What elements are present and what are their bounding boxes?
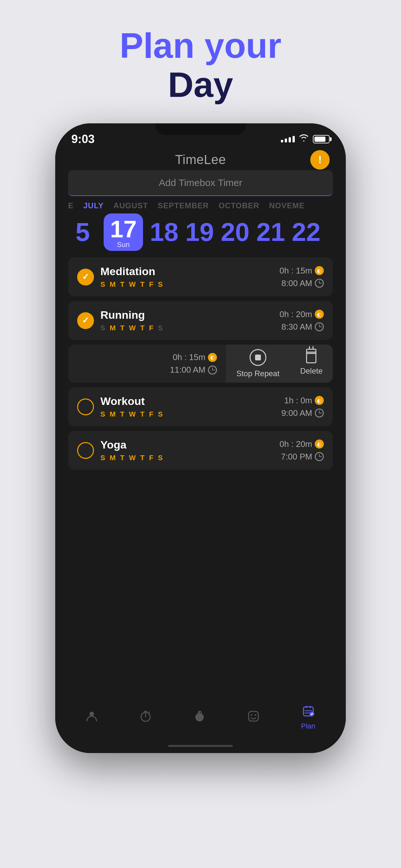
day-chip-s1: S bbox=[100, 280, 105, 289]
task-time-info-meditation: 0h : 15m ◐ 8:00 AM bbox=[280, 266, 324, 288]
hero-section: Plan your Day bbox=[120, 0, 281, 123]
day-chip-t2-r: T bbox=[140, 324, 144, 332]
duration-icon-meditation: ◐ bbox=[315, 266, 324, 275]
date-item-22[interactable]: 22 bbox=[291, 219, 320, 245]
task-info-yoga: Yoga S M T W T F S bbox=[100, 438, 273, 462]
task-item-meditation[interactable]: ✓ Meditation S M T W T F S bbox=[68, 257, 333, 297]
swipe-main-content: 0h : 15m ◐ 11:00 AM bbox=[68, 345, 226, 383]
task-checkbox-workout[interactable] bbox=[77, 399, 94, 415]
task-time-info-yoga: 0h : 20m ◐ 7:00 PM bbox=[280, 439, 324, 462]
add-timebox-bar[interactable]: Add Timebox Timer bbox=[68, 170, 333, 196]
date-scroll[interactable]: 5 17 Sun 18 19 20 21 22 bbox=[55, 213, 346, 251]
day-chip-m1: M bbox=[110, 280, 116, 289]
day-chip-s1-r: S bbox=[100, 324, 105, 332]
task-days-running: S M T W T F S bbox=[100, 324, 273, 332]
clock-text-meditation: 8:00 AM bbox=[281, 278, 312, 288]
task-checkbox-yoga[interactable] bbox=[77, 442, 94, 459]
clock-text-running: 8:30 AM bbox=[281, 322, 312, 332]
swipe-clock-text: 11:00 AM bbox=[170, 365, 205, 375]
task-duration-workout: 1h : 0m ◐ bbox=[284, 396, 324, 406]
svg-point-5 bbox=[254, 714, 256, 716]
wifi-icon bbox=[299, 134, 309, 144]
task-time-info-running: 0h : 20m ◐ 8:30 AM bbox=[280, 309, 324, 332]
phone-mockup: 9:03 bbox=[55, 123, 346, 753]
swipe-duration-icon: ◐ bbox=[208, 353, 217, 362]
nav-item-timer[interactable] bbox=[133, 707, 158, 728]
nav-item-plan[interactable]: Plan bbox=[295, 702, 322, 734]
trash-icon bbox=[306, 352, 316, 363]
duration-icon-yoga: ◐ bbox=[315, 439, 324, 448]
task-item-workout[interactable]: Workout S M T W T F S 1h : 0m ◐ bbox=[68, 387, 333, 426]
task-checkbox-running[interactable]: ✓ bbox=[77, 312, 94, 329]
task-clock-workout: 9:00 AM bbox=[281, 408, 324, 418]
date-item-18[interactable]: 18 bbox=[150, 219, 179, 245]
task-name-workout: Workout bbox=[100, 395, 275, 407]
month-item-prev[interactable]: E bbox=[68, 201, 73, 210]
notification-badge[interactable]: ! bbox=[310, 150, 330, 169]
checkmark-icon: ✓ bbox=[82, 272, 89, 282]
month-item-september[interactable]: SEPTEMBER bbox=[158, 201, 209, 210]
status-icons bbox=[281, 134, 330, 144]
swipe-duration-row: 0h : 15m ◐ bbox=[77, 352, 217, 362]
day-chip-m1-w: M bbox=[110, 410, 116, 418]
date-item-21[interactable]: 21 bbox=[256, 219, 285, 245]
day-chip-t1-w: T bbox=[120, 410, 124, 418]
task-checkbox-meditation[interactable]: ✓ bbox=[77, 269, 94, 285]
delete-button[interactable]: Delete bbox=[290, 345, 333, 383]
day-chip-w1-w: W bbox=[129, 410, 135, 418]
month-item-october[interactable]: OCTOBER bbox=[219, 201, 259, 210]
task-info-running: Running S M T W T F S bbox=[100, 309, 273, 332]
date-item-prev[interactable]: 5 bbox=[68, 219, 97, 245]
date-item-20[interactable]: 20 bbox=[220, 219, 250, 245]
swipe-clock-row: 11:00 AM bbox=[77, 365, 217, 375]
nav-item-tomato[interactable] bbox=[187, 707, 212, 728]
task-item-yoga[interactable]: Yoga S M T W T F S 0h : 20m ◐ bbox=[68, 431, 333, 470]
task-name-yoga: Yoga bbox=[100, 438, 273, 451]
task-duration-running: 0h : 20m ◐ bbox=[280, 309, 324, 319]
month-scroll[interactable]: E JULY AUGUST SEPTEMBER OCTOBER NOVEME bbox=[55, 201, 346, 210]
app-title: TimeLee bbox=[175, 152, 226, 167]
battery-icon bbox=[313, 135, 330, 144]
plan-nav-label: Plan bbox=[301, 722, 315, 731]
active-date-label: Sun bbox=[117, 241, 130, 248]
day-chip-w1: W bbox=[129, 280, 135, 289]
home-indicator bbox=[55, 739, 346, 753]
clock-text-yoga: 7:00 PM bbox=[281, 452, 312, 462]
task-info-meditation: Meditation S M T W T F S bbox=[100, 265, 273, 289]
day-chip-m1-r: M bbox=[110, 324, 116, 332]
swipe-duration-text: 0h : 15m bbox=[173, 352, 205, 362]
active-date-number: 17 bbox=[110, 217, 136, 241]
hero-line2: Day bbox=[120, 65, 281, 104]
task-item-swipe[interactable]: 0h : 15m ◐ 11:00 AM Stop Repeat bbox=[68, 345, 333, 383]
duration-text-running: 0h : 20m bbox=[280, 309, 312, 319]
nav-item-face[interactable] bbox=[241, 707, 266, 728]
month-item-july[interactable]: JULY bbox=[83, 201, 104, 210]
task-name-running: Running bbox=[100, 309, 273, 321]
task-days-meditation: S M T W T F S bbox=[100, 280, 273, 289]
checkmark-icon-running: ✓ bbox=[82, 315, 89, 326]
add-timebox-label: Add Timebox Timer bbox=[159, 177, 242, 188]
day-chip-s2-y: S bbox=[158, 454, 163, 462]
task-item-running[interactable]: ✓ Running S M T W T F S 0 bbox=[68, 301, 333, 340]
nav-item-person[interactable] bbox=[79, 707, 104, 728]
phone-notch bbox=[155, 123, 246, 135]
day-chip-t2-w: T bbox=[140, 410, 144, 418]
tomato-icon bbox=[193, 710, 206, 725]
task-clock-meditation: 8:00 AM bbox=[281, 278, 324, 288]
day-chip-s1-y: S bbox=[100, 454, 105, 462]
day-chip-t1-y: T bbox=[120, 454, 124, 462]
task-days-workout: S M T W T F S bbox=[100, 410, 275, 418]
task-list: ✓ Meditation S M T W T F S bbox=[55, 257, 346, 695]
duration-text-meditation: 0h : 15m bbox=[280, 266, 312, 276]
svg-point-4 bbox=[251, 714, 252, 716]
day-chip-s1-w: S bbox=[100, 410, 105, 418]
date-item-17[interactable]: 17 Sun bbox=[104, 213, 143, 251]
day-chip-s2: S bbox=[158, 280, 163, 289]
day-chip-t2-y: T bbox=[140, 454, 144, 462]
month-item-november[interactable]: NOVEME bbox=[269, 201, 305, 210]
stop-repeat-button[interactable]: Stop Repeat bbox=[226, 345, 289, 383]
svg-rect-3 bbox=[249, 711, 258, 721]
month-item-august[interactable]: AUGUST bbox=[113, 201, 148, 210]
task-clock-running: 8:30 AM bbox=[281, 322, 324, 332]
date-item-19[interactable]: 19 bbox=[185, 219, 214, 245]
